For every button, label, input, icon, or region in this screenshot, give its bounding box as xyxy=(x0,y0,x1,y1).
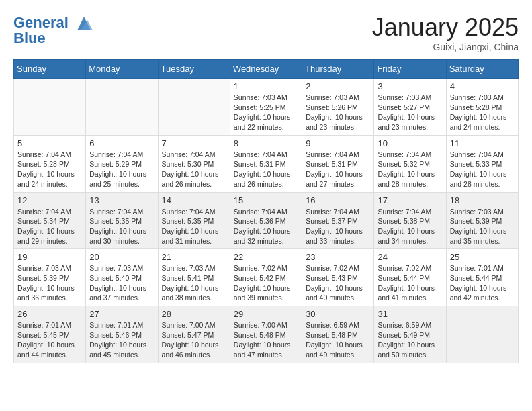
weekday-header-cell: Sunday xyxy=(14,60,86,79)
calendar-day-cell: 4Sunrise: 7:03 AM Sunset: 5:28 PM Daylig… xyxy=(446,79,518,136)
day-info: Sunrise: 7:04 AM Sunset: 5:30 PM Dayligh… xyxy=(162,150,226,189)
calendar-day-cell: 15Sunrise: 7:04 AM Sunset: 5:36 PM Dayli… xyxy=(230,192,302,249)
calendar-day-cell xyxy=(14,79,86,136)
day-info: Sunrise: 7:02 AM Sunset: 5:43 PM Dayligh… xyxy=(306,263,370,303)
calendar-day-cell: 27Sunrise: 7:01 AM Sunset: 5:46 PM Dayli… xyxy=(86,306,158,363)
day-info: Sunrise: 7:03 AM Sunset: 5:41 PM Dayligh… xyxy=(162,263,226,303)
day-number: 20 xyxy=(89,252,154,262)
calendar-day-cell: 6Sunrise: 7:04 AM Sunset: 5:29 PM Daylig… xyxy=(86,135,158,192)
day-number: 23 xyxy=(306,252,370,262)
calendar-day-cell: 10Sunrise: 7:04 AM Sunset: 5:32 PM Dayli… xyxy=(374,135,446,192)
day-info: Sunrise: 7:04 AM Sunset: 5:36 PM Dayligh… xyxy=(234,207,298,246)
day-info: Sunrise: 6:59 AM Sunset: 5:49 PM Dayligh… xyxy=(378,320,442,360)
calendar-body: 1Sunrise: 7:03 AM Sunset: 5:25 PM Daylig… xyxy=(14,79,519,363)
calendar-day-cell: 29Sunrise: 7:00 AM Sunset: 5:48 PM Dayli… xyxy=(230,306,302,363)
calendar-day-cell: 21Sunrise: 7:03 AM Sunset: 5:41 PM Dayli… xyxy=(158,249,230,306)
page-header: General Blue January 2025 Guixi, Jiangxi… xyxy=(13,13,519,52)
day-info: Sunrise: 7:04 AM Sunset: 5:32 PM Dayligh… xyxy=(378,150,442,189)
logo: General Blue xyxy=(13,13,94,47)
calendar-week-row: 1Sunrise: 7:03 AM Sunset: 5:25 PM Daylig… xyxy=(14,79,519,136)
day-number: 26 xyxy=(17,309,82,319)
day-info: Sunrise: 7:01 AM Sunset: 5:45 PM Dayligh… xyxy=(17,320,82,360)
day-number: 17 xyxy=(378,195,442,205)
calendar-day-cell: 9Sunrise: 7:04 AM Sunset: 5:31 PM Daylig… xyxy=(302,135,374,192)
weekday-header-cell: Thursday xyxy=(302,60,374,79)
calendar-week-row: 26Sunrise: 7:01 AM Sunset: 5:45 PM Dayli… xyxy=(14,306,519,363)
day-number: 11 xyxy=(450,138,515,148)
day-number: 25 xyxy=(450,252,515,262)
day-info: Sunrise: 6:59 AM Sunset: 5:48 PM Dayligh… xyxy=(306,320,370,360)
calendar-day-cell xyxy=(446,306,518,363)
calendar-day-cell: 12Sunrise: 7:04 AM Sunset: 5:34 PM Dayli… xyxy=(14,192,86,249)
logo-icon xyxy=(74,13,94,34)
day-info: Sunrise: 7:03 AM Sunset: 5:39 PM Dayligh… xyxy=(17,263,82,303)
day-number: 1 xyxy=(234,81,298,91)
calendar-day-cell: 23Sunrise: 7:02 AM Sunset: 5:43 PM Dayli… xyxy=(302,249,374,306)
day-info: Sunrise: 7:02 AM Sunset: 5:42 PM Dayligh… xyxy=(234,263,298,303)
day-info: Sunrise: 7:04 AM Sunset: 5:35 PM Dayligh… xyxy=(89,207,154,246)
calendar-day-cell xyxy=(86,79,158,136)
day-number: 30 xyxy=(306,309,370,319)
calendar-day-cell: 5Sunrise: 7:04 AM Sunset: 5:28 PM Daylig… xyxy=(14,135,86,192)
day-info: Sunrise: 7:01 AM Sunset: 5:46 PM Dayligh… xyxy=(89,320,154,360)
day-number: 7 xyxy=(162,138,226,148)
calendar-week-row: 19Sunrise: 7:03 AM Sunset: 5:39 PM Dayli… xyxy=(14,249,519,306)
calendar-week-row: 5Sunrise: 7:04 AM Sunset: 5:28 PM Daylig… xyxy=(14,135,519,192)
day-info: Sunrise: 7:03 AM Sunset: 5:27 PM Dayligh… xyxy=(378,93,442,132)
day-info: Sunrise: 7:03 AM Sunset: 5:26 PM Dayligh… xyxy=(306,93,370,132)
calendar-day-cell: 19Sunrise: 7:03 AM Sunset: 5:39 PM Dayli… xyxy=(14,249,86,306)
day-info: Sunrise: 7:03 AM Sunset: 5:39 PM Dayligh… xyxy=(450,207,515,246)
day-info: Sunrise: 7:03 AM Sunset: 5:28 PM Dayligh… xyxy=(450,93,515,132)
calendar-day-cell: 11Sunrise: 7:04 AM Sunset: 5:33 PM Dayli… xyxy=(446,135,518,192)
day-info: Sunrise: 7:04 AM Sunset: 5:37 PM Dayligh… xyxy=(306,207,370,246)
day-number: 27 xyxy=(89,309,154,319)
day-number: 29 xyxy=(234,309,298,319)
day-number: 9 xyxy=(306,138,370,148)
calendar-day-cell: 18Sunrise: 7:03 AM Sunset: 5:39 PM Dayli… xyxy=(446,192,518,249)
day-info: Sunrise: 7:03 AM Sunset: 5:25 PM Dayligh… xyxy=(234,93,298,132)
day-info: Sunrise: 7:04 AM Sunset: 5:34 PM Dayligh… xyxy=(17,207,82,246)
calendar-day-cell xyxy=(158,79,230,136)
weekday-header-cell: Friday xyxy=(374,60,446,79)
day-number: 28 xyxy=(162,309,226,319)
month-title: January 2025 xyxy=(372,13,519,42)
calendar-day-cell: 26Sunrise: 7:01 AM Sunset: 5:45 PM Dayli… xyxy=(14,306,86,363)
day-number: 8 xyxy=(234,138,298,148)
day-number: 16 xyxy=(306,195,370,205)
day-info: Sunrise: 7:00 AM Sunset: 5:48 PM Dayligh… xyxy=(234,320,298,360)
calendar-day-cell: 25Sunrise: 7:01 AM Sunset: 5:44 PM Dayli… xyxy=(446,249,518,306)
day-number: 14 xyxy=(162,195,226,205)
calendar-day-cell: 17Sunrise: 7:04 AM Sunset: 5:38 PM Dayli… xyxy=(374,192,446,249)
day-number: 22 xyxy=(234,252,298,262)
calendar-day-cell: 22Sunrise: 7:02 AM Sunset: 5:42 PM Dayli… xyxy=(230,249,302,306)
calendar-day-cell: 14Sunrise: 7:04 AM Sunset: 5:35 PM Dayli… xyxy=(158,192,230,249)
day-info: Sunrise: 7:04 AM Sunset: 5:38 PM Dayligh… xyxy=(378,207,442,246)
day-number: 18 xyxy=(450,195,515,205)
day-number: 12 xyxy=(17,195,82,205)
day-number: 6 xyxy=(89,138,154,148)
calendar-week-row: 12Sunrise: 7:04 AM Sunset: 5:34 PM Dayli… xyxy=(14,192,519,249)
calendar-day-cell: 28Sunrise: 7:00 AM Sunset: 5:47 PM Dayli… xyxy=(158,306,230,363)
day-info: Sunrise: 7:02 AM Sunset: 5:44 PM Dayligh… xyxy=(378,263,442,303)
calendar-day-cell: 24Sunrise: 7:02 AM Sunset: 5:44 PM Dayli… xyxy=(374,249,446,306)
day-number: 5 xyxy=(17,138,82,148)
day-number: 4 xyxy=(450,81,515,91)
day-number: 19 xyxy=(17,252,82,262)
day-number: 31 xyxy=(378,309,442,319)
title-block: January 2025 Guixi, Jiangxi, China xyxy=(372,13,519,52)
day-info: Sunrise: 7:04 AM Sunset: 5:28 PM Dayligh… xyxy=(17,150,82,189)
calendar-day-cell: 31Sunrise: 6:59 AM Sunset: 5:49 PM Dayli… xyxy=(374,306,446,363)
day-info: Sunrise: 7:04 AM Sunset: 5:33 PM Dayligh… xyxy=(450,150,515,189)
day-number: 10 xyxy=(378,138,442,148)
day-info: Sunrise: 7:00 AM Sunset: 5:47 PM Dayligh… xyxy=(162,320,226,360)
calendar: SundayMondayTuesdayWednesdayThursdayFrid… xyxy=(13,59,519,363)
day-info: Sunrise: 7:04 AM Sunset: 5:31 PM Dayligh… xyxy=(234,150,298,189)
location: Guixi, Jiangxi, China xyxy=(372,42,519,52)
day-info: Sunrise: 7:04 AM Sunset: 5:31 PM Dayligh… xyxy=(306,150,370,189)
calendar-day-cell: 13Sunrise: 7:04 AM Sunset: 5:35 PM Dayli… xyxy=(86,192,158,249)
day-number: 13 xyxy=(89,195,154,205)
calendar-day-cell: 1Sunrise: 7:03 AM Sunset: 5:25 PM Daylig… xyxy=(230,79,302,136)
weekday-header-row: SundayMondayTuesdayWednesdayThursdayFrid… xyxy=(14,60,519,79)
calendar-day-cell: 30Sunrise: 6:59 AM Sunset: 5:48 PM Dayli… xyxy=(302,306,374,363)
day-number: 15 xyxy=(234,195,298,205)
